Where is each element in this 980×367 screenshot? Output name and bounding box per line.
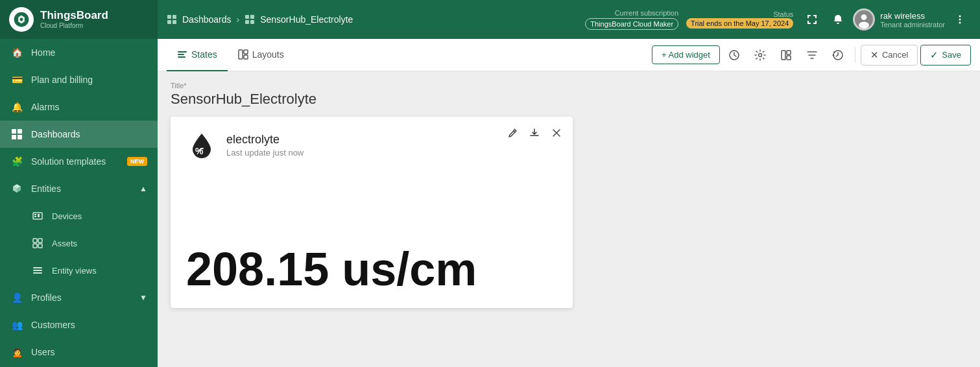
status-label: Status [773, 10, 793, 18]
entities-chevron-icon: ▲ [139, 184, 147, 193]
sidebar-item-home[interactable]: 🏠 Home [0, 39, 158, 66]
sidebar-item-customers[interactable]: 👥 Customers [0, 311, 158, 338]
svg-rect-21 [245, 15, 249, 19]
svg-rect-41 [787, 56, 791, 60]
sidebar-item-alarms[interactable]: 🔔 Alarms [0, 93, 158, 121]
dashboard-title: SensorHub_Electrolyte [171, 91, 967, 108]
widget-download-button[interactable] [525, 123, 544, 143]
svg-rect-4 [12, 135, 16, 139]
status-info: Status Trial ends on the May 17, 2024 [686, 10, 793, 29]
breadcrumb-dashboards[interactable]: Dashboards [182, 14, 232, 25]
history-button[interactable] [826, 43, 850, 67]
topbar-right: Current subscription ThingsBoard Cloud M… [585, 8, 971, 30]
svg-rect-9 [38, 214, 40, 217]
divider [855, 47, 855, 63]
toolbar2-right: + Add widget [652, 43, 971, 67]
sidebar-label-home: Home [31, 47, 147, 58]
sidebar-label-devices: Devices [52, 211, 147, 221]
svg-rect-22 [250, 15, 254, 19]
svg-rect-2 [12, 129, 16, 134]
sidebar-item-dashboards[interactable]: Dashboards [0, 121, 158, 148]
svg-rect-14 [33, 267, 42, 268]
sidebar-item-users[interactable]: 🙍 Users [0, 338, 158, 366]
sidebar-item-entity-views[interactable]: Entity views [10, 257, 158, 284]
user-text: rak wireless Tenant administrator [880, 11, 945, 29]
svg-point-26 [861, 14, 867, 20]
sidebar-item-devices[interactable]: Devices [10, 202, 158, 230]
svg-rect-16 [33, 272, 42, 274]
user-info[interactable]: rak wireless Tenant administrator [853, 8, 945, 30]
svg-rect-18 [173, 15, 176, 19]
secondary-toolbar: States Layouts + Add widget [158, 39, 980, 71]
customers-icon: 👥 [10, 318, 23, 331]
widget-card: % electrolyte Last update just now 208.1… [171, 117, 573, 308]
filter-button[interactable] [800, 43, 824, 67]
svg-point-1 [20, 18, 23, 21]
topbar: Dashboards › SensorHub_Electrolyte Curre… [158, 0, 980, 39]
save-check-icon: ✓ [930, 49, 938, 61]
svg-rect-34 [239, 50, 243, 59]
sidebar-label-entities: Entities [31, 184, 132, 194]
states-tab-icon [177, 49, 187, 60]
widget-toolbar [503, 123, 566, 143]
cancel-button[interactable]: ✕ Cancel [861, 45, 918, 65]
svg-rect-15 [33, 270, 42, 271]
sidebar-item-plan-billing[interactable]: 💳 Plan and billing [0, 66, 158, 93]
home-icon: 🏠 [10, 46, 23, 59]
sidebar-item-entities[interactable]: Entities ▲ [0, 175, 158, 202]
svg-rect-32 [178, 54, 184, 55]
sidebar-label-dashboards: Dashboards [31, 129, 147, 139]
subscription-info: Current subscription ThingsBoard Cloud M… [585, 9, 678, 30]
sidebar-item-profiles[interactable]: 👤 Profiles ▼ [0, 284, 158, 311]
sidebar-logo[interactable]: ThingsBoard Cloud Platform [0, 0, 158, 39]
fullscreen-button[interactable] [801, 8, 823, 30]
sidebar: ThingsBoard Cloud Platform 🏠 Home 💳 Plan… [0, 0, 158, 367]
grid-icon [10, 128, 23, 141]
assets-icon [31, 237, 44, 250]
sidebar-item-assets[interactable]: Assets [10, 230, 158, 257]
svg-point-27 [859, 22, 869, 29]
profiles-chevron-icon: ▼ [139, 293, 147, 302]
breadcrumb-current: SensorHub_Electrolyte [260, 14, 353, 25]
subscription-label: Current subscription [615, 9, 678, 17]
tab-states[interactable]: States [167, 39, 228, 71]
sidebar-label-plan: Plan and billing [31, 75, 147, 85]
widget-edit-button[interactable] [503, 123, 522, 143]
entities-subnav: Devices Assets Entity views [0, 202, 158, 284]
time-button[interactable] [723, 43, 746, 67]
svg-rect-33 [178, 56, 185, 58]
save-button[interactable]: ✓ Save [920, 45, 971, 65]
widget-entity-name: electrolyte [226, 133, 304, 147]
svg-rect-5 [18, 135, 22, 139]
add-widget-button[interactable]: + Add widget [652, 45, 720, 64]
more-menu-button[interactable] [949, 8, 971, 30]
svg-point-28 [959, 16, 961, 18]
layers-icon [10, 182, 23, 195]
profiles-icon: 👤 [10, 291, 23, 304]
widget-header: % electrolyte Last update just now [186, 130, 557, 161]
svg-rect-17 [167, 15, 171, 19]
widget-value: 208.15 us/cm [186, 239, 557, 292]
svg-rect-8 [34, 216, 36, 217]
settings-button[interactable] [748, 43, 772, 67]
widget-close-button[interactable] [547, 123, 566, 143]
new-badge: NEW [127, 157, 147, 166]
cancel-x-icon: ✕ [870, 49, 879, 61]
users-icon: 🙍 [10, 346, 23, 359]
notifications-button[interactable] [827, 8, 849, 30]
svg-rect-13 [38, 244, 42, 248]
layouts-tab-icon [238, 49, 248, 60]
svg-rect-12 [33, 244, 37, 248]
svg-rect-36 [244, 55, 248, 59]
svg-rect-23 [245, 20, 249, 24]
sidebar-label-customers: Customers [31, 320, 147, 330]
svg-rect-7 [34, 214, 36, 215]
sidebar-label-entity-views: Entity views [52, 266, 147, 276]
tab-layouts[interactable]: Layouts [228, 39, 294, 71]
sensohub-breadcrumb-icon [245, 14, 255, 25]
layout-button[interactable] [774, 43, 798, 67]
brand-name: ThingsBoard [40, 10, 108, 22]
sidebar-item-solution-templates[interactable]: 🧩 Solution templates NEW [0, 148, 158, 175]
bell-icon: 🔔 [10, 101, 23, 113]
credit-card-icon: 💳 [10, 73, 23, 86]
